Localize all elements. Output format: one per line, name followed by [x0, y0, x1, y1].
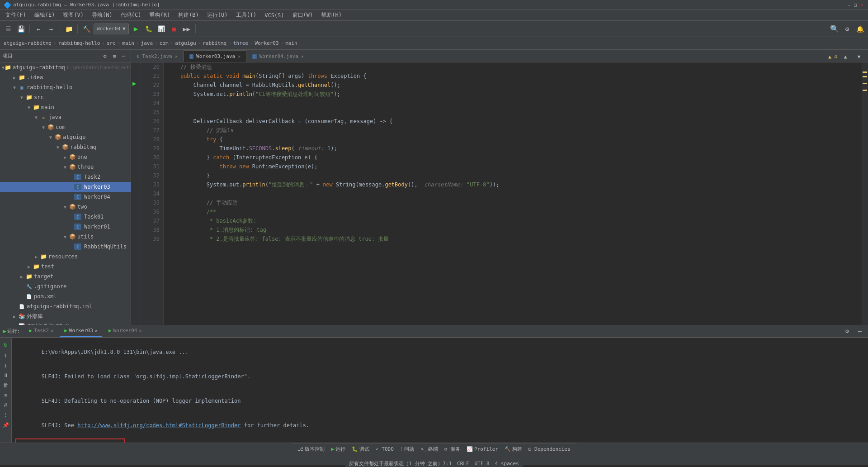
toolbar-settings-btn[interactable]: ⚙: [842, 24, 853, 34]
tab-worker04[interactable]: C Worker04.java ✕: [246, 50, 310, 62]
toolbar-forward-btn[interactable]: →: [46, 24, 57, 34]
tool-tab-dependencies[interactable]: ⊞ Dependencies: [526, 443, 573, 454]
tree-item-utils[interactable]: ▼ 📦 utils: [0, 232, 131, 242]
title-bar-controls[interactable]: — □ ✕: [846, 2, 864, 8]
tree-item-resources[interactable]: ▶ 📁 resources: [0, 252, 131, 262]
run-tab-task2-close[interactable]: ✕: [51, 328, 53, 333]
tool-tab-run[interactable]: ▶ 运行: [328, 443, 348, 454]
expand-btn[interactable]: ▼: [854, 51, 864, 62]
menu-item-tools[interactable]: 工具(T): [232, 10, 260, 20]
toolbar-back-btn[interactable]: ←: [33, 24, 44, 34]
menu-item-code[interactable]: 代码(C): [117, 10, 145, 20]
toolbar-profile-btn[interactable]: 📊: [156, 24, 167, 34]
toolbar-run-btn[interactable]: ▶: [131, 24, 142, 34]
breadcrumb-atguigu[interactable]: atguigu: [175, 40, 196, 46]
breadcrumb-main[interactable]: main: [122, 40, 134, 46]
breadcrumb-three[interactable]: three: [233, 40, 248, 46]
tree-item-scratch[interactable]: ▶ 📝 临时文件和控制台: [0, 321, 131, 325]
pause-btn[interactable]: ⏸: [2, 372, 9, 379]
tree-item-one[interactable]: ▶ 📦 one: [0, 152, 131, 162]
tab-worker03[interactable]: C Worker03.java ✕: [184, 50, 247, 62]
tree-item-worker03[interactable]: C Worker03: [0, 182, 131, 192]
pin-btn[interactable]: 📌: [2, 421, 9, 429]
tree-item-iml[interactable]: 📄 atguigu-rabbitmq.iml: [0, 301, 131, 311]
breadcrumb-project[interactable]: atguigu-rabbitmq: [4, 40, 52, 46]
menu-item-vcs[interactable]: VCS(S): [261, 11, 288, 19]
tree-item-idea[interactable]: ▶ 📁 .idea: [0, 72, 131, 82]
tree-item-test[interactable]: ▶ 📁 test: [0, 262, 131, 272]
breadcrumb-rabbitmq[interactable]: rabbitmq: [203, 40, 226, 46]
run-gutter-btn[interactable]: ▶: [132, 80, 136, 87]
breadcrumb-worker03[interactable]: Worker03: [255, 40, 279, 46]
tree-item-worker01[interactable]: C Worker01: [0, 222, 131, 232]
menu-item-navigate[interactable]: 导航(N): [88, 10, 116, 20]
toolbar-more-btn[interactable]: ▶▶: [181, 24, 192, 34]
tree-item-rabbitmqutils[interactable]: C RabbitMqUtils: [0, 242, 131, 252]
tool-tab-todo[interactable]: ✓ TODO: [373, 443, 396, 454]
run-panel-collapse-btn[interactable]: —: [854, 326, 865, 337]
tool-tab-profiler[interactable]: 📈 Profiler: [464, 443, 501, 454]
tree-item-task2[interactable]: C Task2: [0, 172, 131, 182]
tool-tab-debug[interactable]: 🐛 调试: [349, 443, 372, 454]
breadcrumb-module[interactable]: rabbitmq-hello: [58, 40, 100, 46]
tool-tab-terminal[interactable]: >_ 终端: [418, 443, 440, 454]
filter-btn[interactable]: ≡: [2, 391, 9, 399]
toolbar-stop-btn[interactable]: ■: [169, 24, 179, 34]
tab-task2-close[interactable]: ✕: [175, 54, 178, 59]
breadcrumb-src[interactable]: src: [107, 40, 116, 46]
console-link-slf4j[interactable]: http://www.slf4j.org/codes.html#StaticLo…: [77, 422, 241, 429]
toolbar-file-btn[interactable]: 📁: [63, 24, 74, 34]
status-encoding[interactable]: UTF-8: [475, 461, 490, 467]
menu-item-file[interactable]: 文件(F): [2, 10, 30, 20]
status-indent[interactable]: 4 spaces: [495, 461, 519, 467]
stop-run-btn[interactable]: ↑: [2, 352, 9, 359]
run-tab-worker04[interactable]: ▶ Worker04 ✕: [104, 325, 146, 337]
menu-item-run[interactable]: 运行(U): [203, 10, 231, 20]
run-tab-task2[interactable]: ▶ Task2 ✕: [24, 325, 58, 337]
toolbar-search-btn[interactable]: 🔍: [829, 24, 840, 34]
toolbar-debug-btn[interactable]: 🐛: [143, 24, 154, 34]
status-line-sep[interactable]: CRLF: [457, 461, 469, 467]
sidebar-sort-btn[interactable]: ≡: [110, 52, 118, 60]
tree-item-com[interactable]: ▼ 📦 com: [0, 122, 131, 132]
tool-tab-problems[interactable]: ! 问题: [397, 443, 417, 454]
breadcrumb-main-method[interactable]: main: [285, 40, 297, 46]
tree-item-src[interactable]: ▼ 📁 src: [0, 92, 131, 102]
tab-worker03-close[interactable]: ✕: [238, 54, 241, 59]
tree-item-target[interactable]: ▶ 📁 target: [0, 272, 131, 281]
maximize-button[interactable]: □: [853, 2, 858, 8]
menu-item-refactor[interactable]: 重构(R): [146, 10, 174, 20]
run-config-dropdown[interactable]: Worker04 ▼: [94, 24, 129, 34]
fold-btn[interactable]: ⋮: [2, 411, 9, 419]
tree-item-gitignore[interactable]: 🔧 .gitignore: [0, 281, 131, 291]
tree-item-task01[interactable]: C Task01: [0, 212, 131, 222]
tree-item-root[interactable]: ▼ 📁 atguigu-rabbitmq E:\WorkData\IdeaPro…: [0, 62, 131, 72]
status-message[interactable]: 所有文件都处于最新状态（1 分钟 之前）: [349, 460, 443, 467]
sidebar-settings-btn[interactable]: ⚙: [101, 52, 109, 60]
toolbar-menu-btn[interactable]: ☰: [3, 24, 14, 34]
tool-tab-build[interactable]: 🔨 构建: [502, 443, 525, 454]
code-content[interactable]: // 接受消息 public static void main(String[]…: [164, 62, 862, 325]
toolbar-build-btn[interactable]: 🔨: [81, 24, 92, 34]
tree-item-three[interactable]: ▼ 📦 three: [0, 162, 131, 172]
tool-tab-services[interactable]: ⚙ 服务: [442, 443, 463, 454]
toolbar-save-btn[interactable]: 💾: [15, 24, 26, 34]
menu-item-help[interactable]: 帮助(H): [317, 10, 345, 20]
close-button[interactable]: ✕: [859, 2, 864, 8]
tab-task2[interactable]: C Task2.java ✕: [131, 50, 184, 62]
tool-tab-vcs[interactable]: ⎇ 版本控制: [295, 443, 327, 454]
tree-item-module[interactable]: ▼ ▣ rabbitmq-hello: [0, 82, 131, 92]
status-cursor-pos[interactable]: 7:1: [443, 461, 452, 467]
print-btn[interactable]: 🖨: [2, 401, 9, 409]
tab-worker04-close[interactable]: ✕: [301, 54, 304, 59]
clear-btn[interactable]: 🗑: [2, 381, 9, 389]
menu-item-edit[interactable]: 编辑(E): [31, 10, 59, 20]
collapse-all-btn[interactable]: ▲: [840, 51, 851, 62]
tree-item-java-folder[interactable]: ▼ ☕ java: [0, 112, 131, 122]
console-output[interactable]: E:\WorkApps\JDK\jdk1.8.0_131\bin\java.ex…: [12, 338, 868, 443]
run-panel-settings-btn[interactable]: ⚙: [842, 326, 853, 337]
menu-item-build[interactable]: 构建(B): [175, 10, 203, 20]
menu-item-window[interactable]: 窗口(W): [289, 10, 317, 20]
tree-item-external-libs[interactable]: ▶ 📚 外部库: [0, 311, 131, 321]
tree-item-rabbitmq[interactable]: ▼ 📦 rabbitmq: [0, 142, 131, 152]
